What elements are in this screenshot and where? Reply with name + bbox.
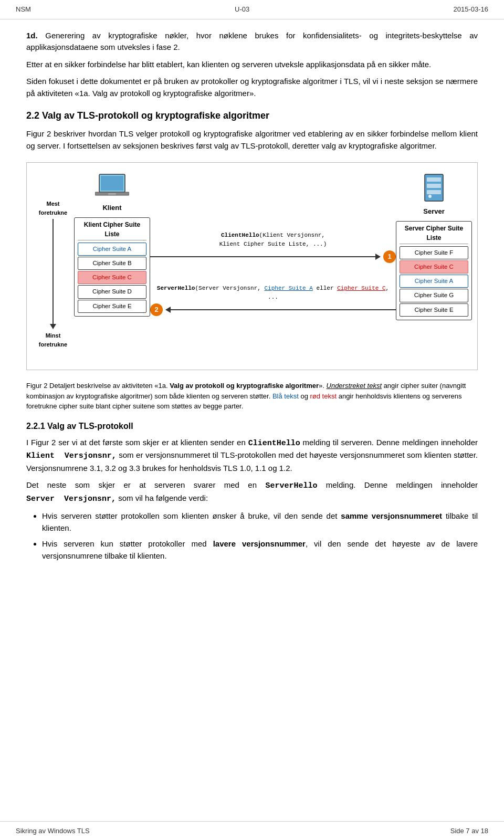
svg-rect-3 bbox=[108, 193, 116, 195]
section-1d-body: Generering av kryptografiske nøkler, hvo… bbox=[26, 31, 478, 52]
server-hello-code: ServerHello bbox=[157, 285, 195, 291]
main-content: 1d. Generering av kryptografiske nøkler,… bbox=[0, 19, 504, 599]
client-label: Klient bbox=[102, 203, 121, 213]
section-221-para2: Det neste som skjer er at serveren svare… bbox=[26, 479, 478, 505]
client-cipher-C: Cipher Suite C bbox=[78, 271, 146, 284]
server-versjonsnr: Server Versjonsnr, bbox=[26, 495, 116, 503]
server-column: Server Server Cipher Suite Liste Cipher … bbox=[396, 173, 472, 359]
bullet-list: Hvis serveren støtter protokollen som kl… bbox=[42, 510, 478, 562]
preference-arrow-container: Mest foretrukneMinst foretrukne bbox=[32, 200, 74, 349]
section-1d-title: 1d. bbox=[26, 31, 38, 40]
svg-rect-6 bbox=[427, 184, 441, 188]
bullet-1: Hvis serveren støtter protokollen som kl… bbox=[42, 510, 478, 534]
section-22-intro: Figur 2 beskriver hvordan TLS velger pro… bbox=[26, 128, 478, 152]
server-cipher-A: Cipher Suite A bbox=[400, 275, 468, 288]
server-label: Server bbox=[423, 206, 444, 217]
right-arrow-line bbox=[150, 256, 380, 257]
client-hello-inline: ClientHello bbox=[248, 439, 300, 448]
diagram-inner: Mest foretrukneMinst foretrukne Klient K… bbox=[32, 173, 472, 359]
server-icon bbox=[422, 173, 446, 202]
client-hello-text: ClientHello(Klient Versjonsnr,Klient Cip… bbox=[219, 231, 327, 248]
svg-point-8 bbox=[428, 195, 432, 198]
client-cipher-list: Klient Cipher Suite Liste Cipher Suite A… bbox=[74, 217, 150, 317]
footer-right: Side 7 av 18 bbox=[450, 826, 488, 836]
svg-rect-5 bbox=[427, 177, 441, 182]
svg-rect-1 bbox=[101, 176, 123, 191]
footer-left: Sikring av Windows TLS bbox=[16, 826, 90, 836]
section-221-title: 2.2.1 Valg av TLS-protokoll bbox=[26, 420, 478, 433]
client-list-title: Klient Cipher Suite Liste bbox=[78, 220, 146, 240]
section-1d-text: 1d. Generering av kryptografiske nøkler,… bbox=[26, 30, 478, 54]
badge-2: 2 bbox=[150, 303, 163, 316]
underlined-text-label: Understreket tekst bbox=[327, 382, 382, 390]
para1: Etter at en sikker forbindelse har blitt… bbox=[26, 59, 478, 71]
client-cipher-B: Cipher Suite B bbox=[78, 257, 146, 270]
diagram: Mest foretrukneMinst foretrukne Klient K… bbox=[26, 162, 478, 370]
svg-rect-7 bbox=[427, 190, 441, 194]
server-cipher-E: Cipher Suite E bbox=[400, 303, 468, 317]
center-column: ClientHello(Klient Versjonsnr,Klient Cip… bbox=[150, 173, 396, 359]
client-column: Klient Klient Cipher Suite Liste Cipher … bbox=[74, 173, 150, 359]
server-hello-inline: ServerHello bbox=[265, 481, 317, 490]
bullet-2-bold: lavere versjonsnummer bbox=[213, 539, 306, 548]
server-cipher-F: Cipher Suite F bbox=[400, 246, 468, 259]
server-cipher-G: Cipher Suite G bbox=[400, 289, 468, 302]
header-left: NSM bbox=[16, 4, 31, 15]
blue-text-label: Blå tekst bbox=[272, 392, 299, 400]
bullet-1-bold: samme versjonsnummeret bbox=[341, 511, 442, 520]
figure-caption: Figur 2 Detaljert beskrivelse av aktivit… bbox=[26, 381, 478, 412]
page-header: NSM U-03 2015-03-16 bbox=[0, 0, 504, 19]
client-cipher-D: Cipher Suite D bbox=[78, 285, 146, 298]
server-list-title: Server Cipher Suite Liste bbox=[400, 224, 468, 244]
header-center: U-03 bbox=[235, 4, 249, 15]
left-labels: Mest foretrukneMinst foretrukne bbox=[32, 173, 74, 359]
para2: Siden fokuset i dette dokumentet er på b… bbox=[26, 76, 478, 99]
client-hello-arrow: ClientHello(Klient Versjonsnr,Klient Cip… bbox=[150, 231, 396, 263]
section-22-title: 2.2 Valg av TLS-protokoll og kryptografi… bbox=[26, 109, 478, 123]
red-text-label: rød tekst bbox=[310, 392, 337, 400]
client-cipher-A: Cipher Suite A bbox=[78, 243, 146, 256]
left-arrow-line bbox=[166, 309, 396, 310]
client-hello-code: ClientHello bbox=[221, 232, 259, 238]
server-cipher-list: Server Cipher Suite Liste Cipher Suite F… bbox=[396, 221, 472, 320]
figure-caption-prefix: Figur 2 Detaljert beskrivelse av aktivit… bbox=[26, 382, 170, 390]
server-hello-text: ServerHello(Server Versjonsnr, Cipher Su… bbox=[150, 284, 396, 301]
figure-caption-bold: Valg av protokoll og kryptografiske algo… bbox=[170, 382, 319, 390]
badge-1: 1 bbox=[383, 250, 396, 263]
laptop-icon bbox=[95, 173, 129, 198]
server-hello-arrow: ServerHello(Server Versjonsnr, Cipher Su… bbox=[150, 284, 396, 316]
header-right: 2015-03-16 bbox=[453, 4, 488, 15]
arrow-left-row: 2 bbox=[150, 303, 396, 316]
bullet-2: Hvis serveren kun støtter protokoller me… bbox=[42, 538, 478, 562]
cipher-a-link: Cipher Suite A bbox=[264, 285, 312, 291]
section-221-para1: I Figur 2 ser vi at det første som skjer… bbox=[26, 437, 478, 475]
client-cipher-E: Cipher Suite E bbox=[78, 300, 146, 313]
page-footer: Sikring av Windows TLS Side 7 av 18 bbox=[0, 821, 504, 841]
server-cipher-C: Cipher Suite C bbox=[400, 260, 468, 274]
klient-versjonsnr: Klient Versjonsnr, bbox=[26, 452, 117, 460]
arrow-right-row: 1 bbox=[150, 250, 396, 263]
cipher-c-link: Cipher Suite C bbox=[337, 285, 385, 291]
